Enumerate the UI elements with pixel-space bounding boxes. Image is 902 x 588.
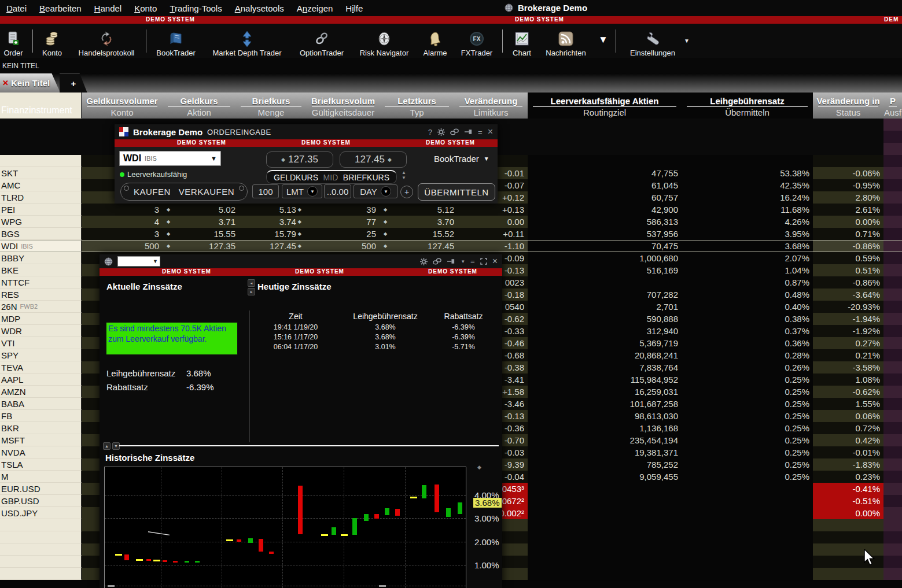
shortable-shares-cell[interactable]: 586,313: [528, 216, 682, 228]
fee-rate-cell[interactable]: 0.40%: [682, 301, 813, 313]
fee-change-cell[interactable]: -0.51%: [813, 495, 883, 507]
fee-rate-cell[interactable]: 0.37%: [682, 325, 813, 337]
instrument-cell[interactable]: [0, 519, 82, 531]
fee-rate-cell[interactable]: [682, 495, 813, 507]
last-cell[interactable]: ◆3.70: [380, 216, 454, 228]
table-row-wpg[interactable]: WPG 4 ◆3.71 3.74◆ 77 ◆3.70 0.00 586,313 …: [0, 216, 902, 228]
shortable-shares-cell[interactable]: 9,059,455: [528, 471, 682, 483]
menu-analysetools[interactable]: Analysetools: [229, 1, 290, 16]
header-bid[interactable]: Geldkurs Aktion: [163, 93, 235, 119]
symbol-combobox-empty[interactable]: ▼: [117, 256, 160, 267]
fee-change-cell[interactable]: -0.86%: [813, 276, 883, 289]
fee-rate-cell[interactable]: 0.26%: [682, 361, 813, 373]
shortable-shares-cell[interactable]: 47,755: [528, 167, 682, 179]
fee-change-cell[interactable]: -0.95%: [813, 179, 883, 191]
shortable-shares-cell[interactable]: 1,136,168: [528, 422, 682, 434]
minimize-icon[interactable]: =: [478, 128, 483, 136]
shortable-shares-cell[interactable]: 707,282: [528, 289, 682, 301]
fee-rate-cell[interactable]: 2.07%: [682, 252, 813, 264]
buy-radio-icon[interactable]: [124, 186, 129, 191]
last-cell[interactable]: ◆15.52: [380, 228, 454, 240]
shortable-shares-cell[interactable]: [528, 507, 682, 519]
fee-change-cell[interactable]: 0.21%: [813, 349, 883, 361]
toolbar-button-risk-navigator[interactable]: Risk Navigator: [352, 26, 417, 57]
fee-change-cell[interactable]: 0.00%: [813, 507, 883, 519]
limit-price-field[interactable]: ..0.00: [324, 184, 351, 198]
fee-rate-cell[interactable]: [682, 519, 813, 531]
fee-change-cell[interactable]: 0.06%: [813, 410, 883, 422]
shortable-shares-cell[interactable]: [528, 556, 682, 568]
fee-change-cell[interactable]: [813, 568, 883, 580]
instrument-cell[interactable]: BABA: [0, 398, 82, 410]
shortable-shares-cell[interactable]: 19,381,371: [528, 446, 682, 458]
instrument-cell[interactable]: BKR: [0, 422, 82, 434]
instrument-cell[interactable]: PEI: [0, 204, 82, 216]
symbol-combobox[interactable]: WDI IBIS ▼: [119, 151, 221, 166]
fee-rate-cell[interactable]: [682, 507, 813, 519]
fee-rate-cell[interactable]: 1.04%: [682, 264, 813, 276]
fee-rate-cell[interactable]: 0.25%: [682, 458, 813, 471]
fee-change-cell[interactable]: [813, 119, 883, 131]
add-order-attribute-button[interactable]: +: [400, 186, 413, 198]
toolbar-button-optiontrader[interactable]: OptionTrader: [292, 26, 352, 57]
finanzinstrument-header[interactable]: Finanzinstrument: [1, 105, 72, 116]
fee-change-cell[interactable]: -1.83%: [813, 458, 883, 471]
toolbar-button-market-depth-trader[interactable]: Market Depth Trader: [206, 26, 288, 57]
fee-rate-cell[interactable]: 0.25%: [682, 471, 813, 483]
bid-price-button[interactable]: ◆127.35: [266, 151, 333, 168]
price-band-slider[interactable]: GELDKURS MID BRIEFKURS: [266, 170, 397, 184]
quantity-field[interactable]: 100: [252, 184, 279, 198]
instrument-cell[interactable]: MSFT: [0, 434, 82, 446]
shortable-shares-cell[interactable]: 16,259,031: [528, 386, 682, 398]
fee-change-cell[interactable]: 0.23%: [813, 471, 883, 483]
instrument-cell[interactable]: BGS: [0, 228, 82, 240]
toolbar-button-fxtrader[interactable]: FX FXTrader: [454, 26, 500, 57]
fee-change-cell[interactable]: 0.27%: [813, 337, 883, 349]
collapse-up-icon[interactable]: ▲: [103, 442, 111, 450]
fee-change-cell[interactable]: -20.93%: [813, 301, 883, 313]
fee-change-cell[interactable]: 0.59%: [813, 252, 883, 264]
fee-rate-cell[interactable]: [682, 119, 813, 131]
change-cell[interactable]: +0.11: [454, 228, 528, 240]
ask-size-cell[interactable]: 77: [307, 216, 380, 228]
change-cell[interactable]: 0.00: [454, 216, 528, 228]
instrument-cell[interactable]: RES: [0, 289, 82, 301]
fee-change-cell[interactable]: -0.41%: [813, 483, 883, 495]
fee-change-cell[interactable]: 2.61%: [813, 204, 883, 216]
shortable-shares-cell[interactable]: 235,454,194: [528, 434, 682, 446]
fee-rate-cell[interactable]: 16.24%: [682, 191, 813, 204]
bid-cell[interactable]: ◆3.71: [163, 216, 235, 228]
fee-change-cell[interactable]: 1.55%: [813, 398, 883, 410]
shortable-shares-cell[interactable]: 785,252: [528, 458, 682, 471]
fee-rate-cell[interactable]: 0.28%: [682, 349, 813, 361]
instrument-cell[interactable]: AAPL: [0, 373, 82, 386]
fee-change-cell[interactable]: 2.80%: [813, 191, 883, 204]
shortable-shares-cell[interactable]: [528, 568, 682, 580]
help-icon[interactable]: ?: [428, 128, 432, 136]
shortable-shares-cell[interactable]: 42,900: [528, 204, 682, 216]
ask-size-cell[interactable]: 25: [307, 228, 380, 240]
fee-change-cell[interactable]: 0.42%: [813, 434, 883, 446]
instrument-cell[interactable]: M: [0, 471, 82, 483]
fee-change-cell[interactable]: -0.62%: [813, 386, 883, 398]
ask-price-button[interactable]: 127.45◆: [340, 151, 407, 168]
fee-change-cell[interactable]: -1.94%: [813, 313, 883, 325]
pin-icon[interactable]: [447, 258, 455, 265]
chevron-down-icon[interactable]: ▼: [461, 259, 465, 264]
fee-rate-cell[interactable]: 4.26%: [682, 216, 813, 228]
link-icon[interactable]: [433, 258, 441, 265]
change-cell[interactable]: -1.10: [454, 240, 528, 252]
tif-dropdown[interactable]: DAY▼: [354, 184, 397, 198]
fee-rate-cell[interactable]: 0.87%: [682, 276, 813, 289]
header-ausf[interactable]: P Ausf: [883, 93, 902, 119]
menu-bearbeiten[interactable]: Bearbeiten: [33, 1, 88, 16]
order-dialog-titlebar[interactable]: Brokerage Demo ORDEREINGABE ? = ×: [115, 124, 498, 139]
instrument-cell[interactable]: [0, 568, 82, 580]
shortable-shares-cell[interactable]: [528, 519, 682, 531]
sell-radio-icon[interactable]: [239, 186, 244, 191]
header-ask[interactable]: Briefkurs Menge: [235, 93, 307, 119]
bid-size-cell[interactable]: 3: [82, 228, 163, 240]
header-short[interactable]: Leerverkaufsfähige Aktien Routingziel: [528, 93, 682, 119]
fee-change-cell[interactable]: [813, 531, 883, 543]
header-chg[interactable]: Veränderung Limitkurs: [454, 93, 528, 119]
